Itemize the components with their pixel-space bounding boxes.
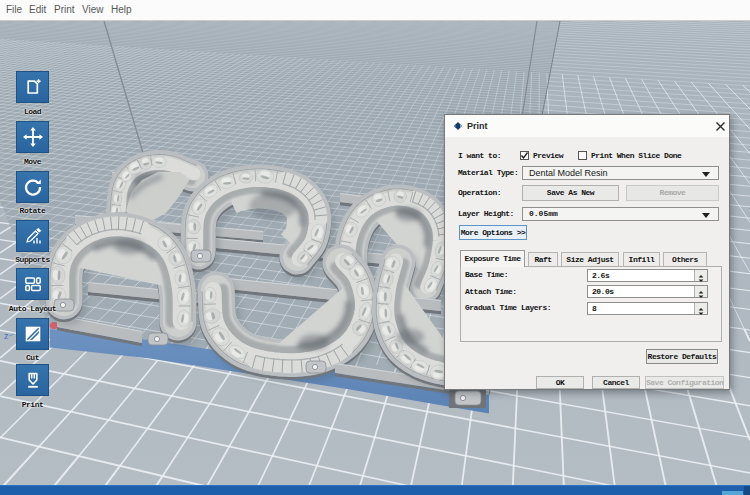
svg-text:z: z xyxy=(4,331,9,341)
